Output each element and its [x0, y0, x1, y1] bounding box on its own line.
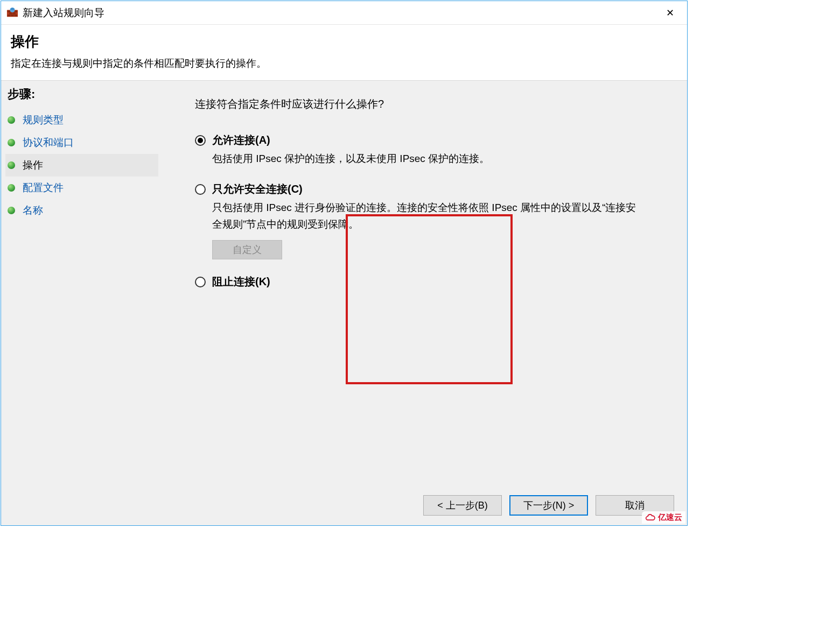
wizard-header: 操作 指定在连接与规则中指定的条件相匹配时要执行的操作。 — [1, 25, 687, 80]
next-button[interactable]: 下一步(N) > — [509, 495, 588, 516]
step-action[interactable]: 操作 — [5, 154, 158, 177]
option-secure-row[interactable]: 只允许安全连接(C) — [195, 182, 666, 196]
svg-rect-7 — [11, 15, 14, 16]
page-subtitle: 指定在连接与规则中指定的条件相匹配时要执行的操作。 — [11, 57, 677, 71]
option-allow-row[interactable]: 允许连接(A) — [195, 133, 666, 147]
radio-secure[interactable] — [195, 184, 206, 195]
customize-button: 自定义 — [212, 240, 282, 259]
step-label: 名称 — [23, 203, 43, 217]
wizard-content: 连接符合指定条件时应该进行什么操作? 允许连接(A) 包括使用 IPsec 保护… — [163, 81, 687, 525]
close-button[interactable]: ✕ — [657, 1, 683, 24]
bullet-icon — [8, 116, 15, 124]
svg-rect-4 — [9, 12, 12, 14]
option-allow: 允许连接(A) 包括使用 IPsec 保护的连接，以及未使用 IPsec 保护的… — [195, 133, 666, 167]
page-title: 操作 — [11, 32, 677, 51]
option-allow-label: 允许连接(A) — [212, 133, 270, 147]
watermark-text: 亿速云 — [658, 512, 682, 523]
step-profile[interactable]: 配置文件 — [5, 177, 158, 199]
watermark: 亿速云 — [642, 511, 685, 524]
cloud-icon — [645, 513, 656, 522]
option-allow-desc: 包括使用 IPsec 保护的连接，以及未使用 IPsec 保护的连接。 — [212, 151, 643, 167]
step-label: 配置文件 — [23, 181, 64, 195]
step-label: 协议和端口 — [23, 136, 74, 150]
wizard-footer: < 上一步(B) 下一步(N) > 取消 — [423, 495, 674, 516]
content-question: 连接符合指定条件时应该进行什么操作? — [195, 97, 666, 111]
firewall-icon — [6, 7, 18, 19]
wizard-body: 步骤: 规则类型 协议和端口 操作 配置文件 名称 — [1, 80, 687, 525]
back-button[interactable]: < 上一步(B) — [423, 495, 502, 516]
option-block: 阻止连接(K) — [195, 274, 666, 289]
step-rule-type[interactable]: 规则类型 — [5, 109, 158, 131]
step-label: 操作 — [23, 158, 43, 172]
bullet-icon — [8, 207, 15, 214]
radio-allow[interactable] — [195, 135, 206, 146]
step-name[interactable]: 名称 — [5, 199, 158, 222]
steps-heading: 步骤: — [5, 86, 158, 102]
option-block-label: 阻止连接(K) — [212, 274, 270, 289]
option-block-row[interactable]: 阻止连接(K) — [195, 274, 666, 289]
svg-rect-1 — [8, 10, 11, 12]
svg-rect-5 — [12, 12, 16, 14]
bullet-icon — [8, 139, 15, 146]
steps-sidebar: 步骤: 规则类型 协议和端口 操作 配置文件 名称 — [1, 81, 163, 525]
option-secure-desc: 只包括使用 IPsec 进行身份验证的连接。连接的安全性将依照 IPsec 属性… — [212, 200, 643, 233]
bullet-icon — [8, 161, 15, 169]
option-secure: 只允许安全连接(C) 只包括使用 IPsec 进行身份验证的连接。连接的安全性将… — [195, 182, 666, 259]
step-label: 规则类型 — [23, 113, 64, 127]
radio-block[interactable] — [195, 277, 206, 287]
wizard-window: 新建入站规则向导 ✕ 操作 指定在连接与规则中指定的条件相匹配时要执行的操作。 … — [1, 1, 688, 526]
window-title: 新建入站规则向导 — [23, 6, 104, 20]
bullet-icon — [8, 184, 15, 192]
step-protocol-port[interactable]: 协议和端口 — [5, 131, 158, 154]
option-secure-label: 只允许安全连接(C) — [212, 182, 303, 196]
svg-rect-3 — [15, 10, 17, 12]
svg-rect-8 — [15, 15, 17, 16]
titlebar: 新建入站规则向导 ✕ — [1, 1, 687, 25]
close-icon: ✕ — [666, 7, 674, 19]
svg-rect-6 — [8, 15, 11, 16]
